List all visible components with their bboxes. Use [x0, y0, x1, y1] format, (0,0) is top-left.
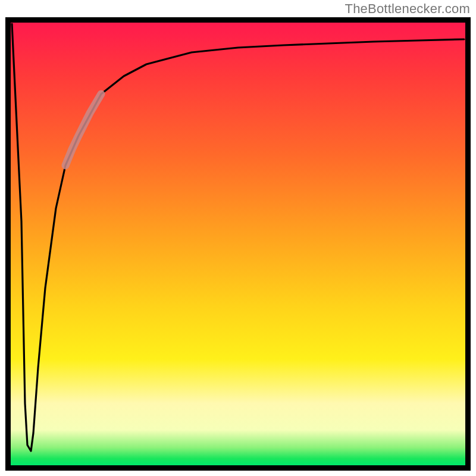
plot-area	[11, 23, 465, 465]
highlight-segment	[65, 94, 101, 165]
attribution-text: TheBottlenecker.com	[345, 1, 470, 17]
curve-layer	[11, 23, 465, 465]
chart-container: TheBottlenecker.com	[0, 0, 476, 476]
chart-frame	[5, 17, 471, 471]
bottleneck-curve	[12, 24, 464, 451]
